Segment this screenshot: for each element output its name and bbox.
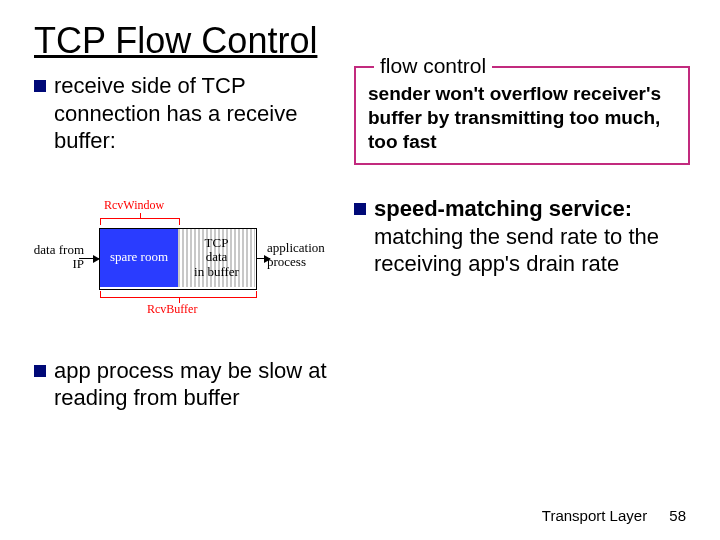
slide: TCP Flow Control receive side of TCP con… [0, 0, 720, 540]
content-columns: receive side of TCP connection has a rec… [34, 72, 686, 430]
slide-footer: Transport Layer 58 [542, 507, 686, 524]
bullet-speed-matching: speed-matching service: matching the sen… [354, 195, 690, 278]
rcvwindow-brace [100, 218, 180, 225]
bullet-square-icon [354, 203, 366, 215]
speed-matching-bold: speed-matching service: [374, 196, 632, 221]
bullet-app-process-slow: app process may be slow at reading from … [34, 357, 334, 412]
bullet-square-icon [34, 80, 46, 92]
label-rcvwindow: RcvWindow [104, 199, 164, 212]
page-title: TCP Flow Control [34, 20, 686, 62]
left-column: receive side of TCP connection has a rec… [34, 72, 344, 430]
tcp-data-region: TCP data in buffer [178, 229, 255, 287]
bullet-square-icon [34, 365, 46, 377]
rcvbuffer-brace [100, 291, 257, 298]
label-data-from-ip: data from IP [24, 243, 84, 272]
bullet-text: speed-matching service: matching the sen… [374, 195, 690, 278]
bullet-text: app process may be slow at reading from … [54, 357, 334, 412]
bullet-receive-buffer: receive side of TCP connection has a rec… [34, 72, 334, 155]
label-app-process: application process [267, 241, 339, 270]
flow-control-callout: flow control sender won't overflow recei… [354, 66, 690, 165]
spare-room-region: spare room [100, 229, 178, 287]
footer-section: Transport Layer [542, 507, 647, 524]
arrow-in-icon [79, 258, 99, 259]
speed-matching-rest: matching the send rate to the receiving … [374, 224, 659, 277]
right-column: flow control sender won't overflow recei… [344, 72, 690, 430]
footer-page-number: 58 [669, 507, 686, 524]
label-rcvbuffer: RcvBuffer [147, 303, 197, 316]
flow-control-legend: flow control [374, 54, 492, 78]
bullet-text: receive side of TCP connection has a rec… [54, 72, 334, 155]
receive-buffer-diagram: data from IP RcvWindow spare room TCP da… [24, 173, 334, 333]
flow-control-body: sender won't overflow receiver's buffer … [368, 82, 678, 153]
